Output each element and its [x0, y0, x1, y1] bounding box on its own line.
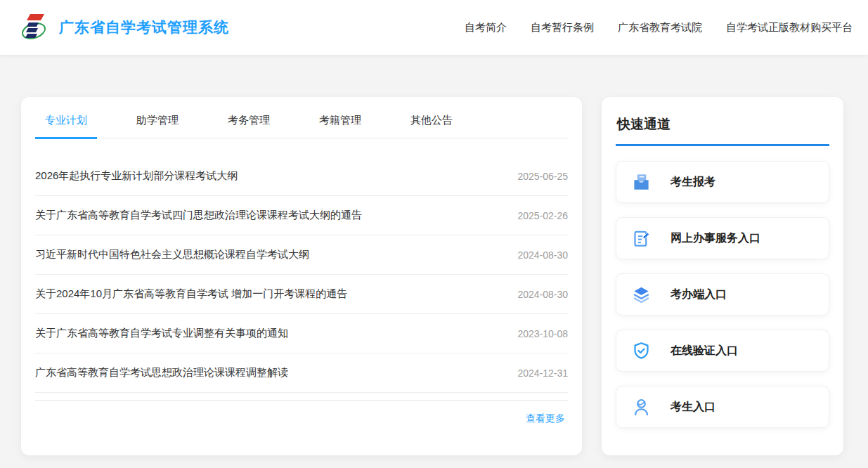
- announcement-title[interactable]: 关于广东省高等教育自学考试四门思想政治理论课课程考试大纲的通告: [35, 209, 362, 222]
- announcements-card: 专业计划 助学管理 考务管理 考籍管理 其他公告 2026年起执行专业新计划部分…: [21, 97, 582, 455]
- announcement-date: 2024-08-30: [517, 249, 568, 261]
- nav-link-gdeea[interactable]: 广东省教育考试院: [618, 21, 702, 34]
- announcement-title[interactable]: 习近平新时代中国特色社会主义思想概论课程自学考试大纲: [35, 248, 309, 261]
- announcement-date: 2024-12-31: [517, 368, 568, 379]
- announcement-row[interactable]: 2026年起执行专业新计划部分课程考试大纲 2025-06-25: [35, 157, 568, 196]
- page-header: 广东省自学考试管理系统 自考简介 自考暂行条例 广东省教育考试院 自学考试正版教…: [0, 0, 868, 55]
- tab-exam-affairs[interactable]: 考务管理: [218, 114, 280, 139]
- announcement-date: 2024-08-30: [517, 289, 568, 300]
- view-more-link[interactable]: 查看更多: [526, 412, 565, 424]
- quick-link-label: 考生报考: [671, 175, 715, 190]
- announcement-list: 2026年起执行专业新计划部分课程考试大纲 2025-06-25 关于广东省高等…: [35, 157, 568, 401]
- nav-link-intro[interactable]: 自考简介: [465, 21, 507, 34]
- announcement-row[interactable]: 习近平新时代中国特色社会主义思想概论课程自学考试大纲 2024-08-30: [35, 235, 568, 275]
- shield-check-icon: [632, 342, 651, 360]
- inbox-icon: [632, 173, 651, 192]
- tab-exam-records[interactable]: 考籍管理: [309, 114, 371, 139]
- quick-link-list: 考生报考 网上办事服务入口: [616, 161, 829, 428]
- announcements-footer: 查看更多: [35, 401, 568, 425]
- main-content: 专业计划 助学管理 考务管理 考籍管理 其他公告 2026年起执行专业新计划部分…: [0, 55, 868, 455]
- brand: 广东省自学考试管理系统: [21, 12, 229, 43]
- quick-link-candidate-register[interactable]: 考生报考: [616, 161, 829, 203]
- top-navigation: 自考简介 自考暂行条例 广东省教育考试院 自学考试正版教材购买平台: [465, 21, 853, 34]
- layers-icon: [632, 285, 651, 304]
- nav-link-textbook-platform[interactable]: 自学考试正版教材购买平台: [726, 21, 853, 34]
- gdeea-logo-icon: [21, 12, 48, 43]
- list-divider: [35, 393, 568, 401]
- announcement-title[interactable]: 2026年起执行专业新计划部分课程考试大纲: [35, 169, 238, 183]
- tab-major-plan[interactable]: 专业计划: [35, 114, 97, 139]
- announcement-title[interactable]: 关于2024年10月广东省高等教育自学考试 增加一门开考课程的通告: [35, 287, 347, 301]
- quick-link-label: 在线验证入口: [671, 344, 738, 358]
- quick-link-online-verification[interactable]: 在线验证入口: [616, 330, 829, 372]
- announcement-date: 2025-06-25: [517, 171, 568, 182]
- announcement-row[interactable]: 广东省高等教育自学考试思想政治理论课课程调整解读 2024-12-31: [35, 353, 568, 393]
- announcement-row[interactable]: 关于广东省高等教育自学考试四门思想政治理论课课程考试大纲的通告 2025-02-…: [35, 196, 568, 235]
- quick-link-online-service[interactable]: 网上办事服务入口: [616, 217, 829, 259]
- quick-link-label: 考生入口: [671, 400, 715, 415]
- quick-link-label: 考办端入口: [671, 287, 727, 302]
- announcement-tabs: 专业计划 助学管理 考务管理 考籍管理 其他公告: [35, 97, 568, 138]
- user-icon: [632, 398, 651, 417]
- tab-study-aid[interactable]: 助学管理: [127, 114, 188, 139]
- form-edit-icon: [632, 229, 651, 248]
- tab-other-notices[interactable]: 其他公告: [401, 114, 462, 139]
- announcement-row[interactable]: 关于广东省高等教育自学考试专业调整有关事项的通知 2023-10-08: [35, 314, 568, 353]
- quick-link-label: 网上办事服务入口: [671, 231, 760, 246]
- quick-channel-title: 快速通道: [616, 97, 829, 146]
- nav-link-regulations[interactable]: 自考暂行条例: [531, 21, 594, 34]
- announcement-title[interactable]: 广东省高等教育自学考试思想政治理论课课程调整解读: [35, 366, 288, 379]
- page-title: 广东省自学考试管理系统: [59, 18, 229, 37]
- quick-link-candidate-portal[interactable]: 考生入口: [616, 386, 829, 428]
- announcement-date: 2023-10-08: [517, 328, 568, 339]
- announcement-date: 2025-02-26: [517, 210, 568, 221]
- quick-link-exam-office-portal[interactable]: 考办端入口: [616, 273, 829, 316]
- announcement-row[interactable]: 关于2024年10月广东省高等教育自学考试 增加一门开考课程的通告 2024-0…: [35, 275, 568, 314]
- announcement-title[interactable]: 关于广东省高等教育自学考试专业调整有关事项的通知: [35, 327, 288, 340]
- quick-channel-card: 快速通道 考生报考: [602, 97, 843, 455]
